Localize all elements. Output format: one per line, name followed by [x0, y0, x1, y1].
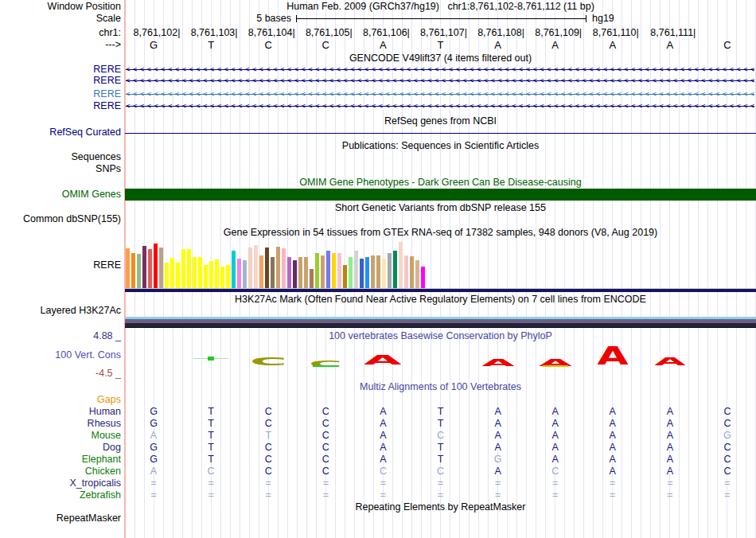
species-label[interactable]: Rhesus	[0, 419, 121, 429]
track-title-omim[interactable]: OMIM Gene Phenotypes - Dark Green Can Be…	[125, 177, 756, 188]
track-title-publications[interactable]: Publications: Sequences in Scientific Ar…	[125, 141, 756, 151]
gtex-tissue-bar	[204, 265, 208, 288]
track-title-gtex[interactable]: Gene Expression in 54 tissues from GTEx …	[125, 228, 756, 238]
track-title-multiz[interactable]: Multiz Alignments of 100 Vertebrates	[125, 382, 756, 392]
alignment-base: C	[699, 442, 756, 453]
alignment-base: A	[584, 431, 641, 441]
gtex-tissue-bar	[388, 253, 392, 288]
reference-base: A	[527, 40, 584, 50]
gtex-tissue-bar	[259, 255, 263, 288]
position-tick-label: 8,761,104|	[243, 28, 300, 38]
refseq-curated-label[interactable]: RefSeq Curated	[0, 127, 121, 138]
gtex-tissue-bar	[226, 265, 230, 288]
alignment-base: A	[354, 431, 411, 441]
refseq-gene-line[interactable]	[125, 133, 756, 134]
gtex-tissue-bar	[360, 259, 364, 288]
reference-base: A	[641, 40, 699, 50]
snps-label[interactable]: SNPs	[0, 164, 121, 174]
alignment-base: A	[125, 466, 182, 477]
track-title-repeatmasker[interactable]: Repeating Elements by RepeatMasker	[125, 502, 756, 513]
gene-label[interactable]: RERE	[0, 64, 121, 75]
gtex-tissue-bar	[276, 247, 280, 288]
alignment-base: C	[240, 466, 297, 477]
alignment-base: =	[699, 478, 756, 489]
track-title-dbsnp[interactable]: Short Genetic Variants from dbSNP releas…	[125, 203, 756, 213]
gtex-tissue-bar	[271, 257, 275, 288]
alignment-base: =	[584, 478, 641, 489]
species-label[interactable]: Zebrafish	[0, 490, 121, 501]
track-title-conservation[interactable]: 100 vertebrates Basewise Conservation by…	[125, 331, 756, 341]
gtex-tissue-bar	[187, 249, 191, 288]
gtex-tissue-bar	[304, 257, 308, 288]
alignment-base: G	[125, 419, 182, 429]
gtex-tissue-bar	[310, 269, 314, 288]
position-tick-label: 8,761,108|	[473, 28, 530, 38]
species-label[interactable]: Mouse	[0, 431, 121, 441]
alignment-base: C	[699, 419, 756, 429]
alignment-base: A	[470, 466, 527, 477]
track-title-refseq[interactable]: RefSeq genes from NCBI	[125, 116, 756, 127]
gtex-tissue-bar	[332, 253, 336, 288]
alignment-base: C	[297, 407, 354, 417]
alignment-base: =	[297, 490, 354, 501]
gtex-tissue-bar	[343, 265, 347, 288]
track-title-h3k27ac[interactable]: H3K27Ac Mark (Often Found Near Active Re…	[125, 294, 756, 305]
gtex-tissue-bar	[142, 246, 146, 288]
species-label[interactable]: Elephant	[0, 454, 121, 465]
alignment-base: T	[182, 407, 240, 417]
reference-base: A	[470, 40, 527, 50]
alignment-base: A	[584, 407, 641, 417]
alignment-base: A	[584, 466, 641, 477]
conservation-track-label[interactable]: 100 Vert. Cons	[0, 350, 121, 361]
svg-text:A: A	[598, 345, 628, 365]
alignment-base: =	[527, 490, 584, 501]
alignment-base: C	[240, 407, 297, 417]
alignment-base: A	[354, 419, 411, 429]
omim-gene-bar[interactable]	[125, 189, 756, 201]
gtex-gene-label[interactable]: RERE	[0, 260, 121, 271]
gtex-tissue-bar	[165, 263, 169, 288]
gtex-expression-bars[interactable]	[126, 242, 427, 288]
species-label[interactable]: Chicken	[0, 466, 121, 477]
alignment-base: A	[527, 431, 584, 441]
phylop-letter: A	[598, 345, 628, 365]
reference-base: A	[354, 40, 411, 50]
gtex-tissue-bar	[193, 257, 197, 288]
conservation-max-tick: 4.88 _	[0, 331, 121, 341]
alignment-base: C	[411, 431, 469, 441]
alignment-base: C	[527, 466, 584, 477]
gtex-tissue-bar	[293, 260, 297, 288]
species-label[interactable]: Human	[0, 407, 121, 417]
layered-h3k27ac-label[interactable]: Layered H3K27Ac	[0, 306, 121, 316]
alignment-base: =	[411, 490, 469, 501]
alignment-base: G	[125, 454, 182, 465]
position-tick-label: 8,761,106|	[357, 28, 415, 38]
species-label[interactable]: Gaps	[0, 395, 121, 405]
alignment-base: =	[354, 490, 411, 501]
alignment-base: =	[527, 478, 584, 489]
alignment-base: C	[297, 454, 354, 465]
alignment-base: C	[699, 466, 756, 477]
alignment-base: A	[527, 419, 584, 429]
alignment-base: C	[240, 419, 297, 429]
gtex-tissue-bar	[248, 248, 252, 288]
gene-label[interactable]: RERE	[0, 101, 121, 111]
gene-label[interactable]: RERE	[0, 89, 121, 99]
omim-genes-label[interactable]: OMIM Genes	[0, 189, 121, 200]
sequences-label[interactable]: Sequences	[0, 152, 121, 162]
alignment-base: A	[354, 442, 411, 453]
alignment-base: T	[411, 442, 469, 453]
alignment-base: =	[470, 478, 527, 489]
species-label[interactable]: X_tropicalis	[0, 478, 121, 489]
gtex-tissue-bar	[354, 251, 358, 288]
strand-arrows: <<<<<<<<<<<<<<<<<<<<<<<<<<<<<<<<<<<<<<<<…	[126, 102, 754, 111]
common-dbsnp-label[interactable]: Common dbSNP(155)	[0, 214, 121, 224]
reference-base: A	[584, 40, 641, 50]
gene-label[interactable]: RERE	[0, 76, 121, 86]
gtex-tissue-bar	[282, 248, 286, 288]
gtex-tissue-bar	[215, 259, 219, 288]
species-label[interactable]: Dog	[0, 442, 121, 453]
repeatmasker-label[interactable]: RepeatMasker	[0, 513, 121, 524]
alignment-base: A	[584, 419, 641, 429]
track-title-gencode[interactable]: GENCODE V49lift37 (4 items filtered out)	[125, 53, 756, 64]
